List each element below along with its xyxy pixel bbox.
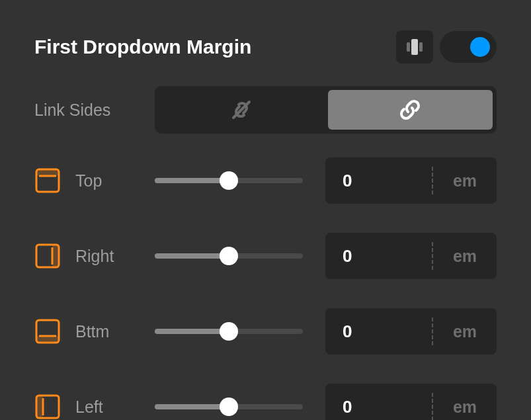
margin-right-unit[interactable]: em [433,247,497,266]
link-sides-row: Link Sides [34,86,497,134]
margin-top-label: Top [75,171,155,190]
margin-bottom-label: Bttm [75,322,155,341]
slider-fill [155,253,229,259]
panel-title: First Dropdown Margin [34,36,396,58]
margin-bottom-slider[interactable] [155,320,303,343]
link-sides-segment [155,86,497,134]
svg-rect-1 [407,42,410,52]
enable-toggle[interactable] [440,31,497,63]
margin-bottom-value: 0 [325,321,432,342]
margin-right-input[interactable]: 0 em [325,233,497,279]
side-bottom-icon [34,318,61,345]
margin-left-slider[interactable] [155,396,303,418]
margin-right-slider[interactable] [155,245,303,267]
side-right-icon [34,243,61,269]
margin-panel: First Dropdown Margin Link Sides [0,0,531,420]
unlink-sides-button[interactable] [159,90,324,130]
margin-bottom-input[interactable]: 0 em [325,308,497,355]
margin-left-unit[interactable]: em [433,398,497,417]
margin-left-input[interactable]: 0 em [325,384,497,420]
responsive-mode-button[interactable] [396,30,433,63]
margin-top-slider[interactable] [155,169,303,192]
margin-top-row: Top 0 em [34,157,497,204]
link-sides-button[interactable] [328,90,493,130]
panel-header: First Dropdown Margin [34,30,497,63]
link-broken-icon [229,98,253,122]
margin-top-input[interactable]: 0 em [325,157,497,204]
margin-left-row: Left 0 em [34,384,497,420]
margin-right-row: Right 0 em [34,233,497,279]
slider-fill [155,329,229,334]
slider-thumb[interactable] [220,247,238,265]
slider-thumb[interactable] [220,322,238,341]
svg-rect-2 [419,42,423,52]
margin-bottom-row: Bttm 0 em [34,308,497,355]
margin-left-value: 0 [325,397,432,417]
margin-top-value: 0 [325,171,432,191]
slider-fill [155,404,229,409]
side-left-icon [34,394,61,420]
side-top-icon [34,167,61,194]
slider-thumb[interactable] [220,171,238,190]
margin-left-label: Left [75,398,155,417]
link-sides-label: Link Sides [34,101,155,120]
svg-rect-0 [411,39,418,55]
slider-fill [155,178,229,183]
margin-right-label: Right [75,247,155,266]
toggle-knob [470,37,490,57]
slider-thumb[interactable] [220,398,238,416]
margin-bottom-unit[interactable]: em [433,322,497,341]
margin-top-unit[interactable]: em [433,171,497,190]
link-icon [398,98,422,122]
margin-right-value: 0 [325,246,432,267]
devices-icon [405,37,425,57]
